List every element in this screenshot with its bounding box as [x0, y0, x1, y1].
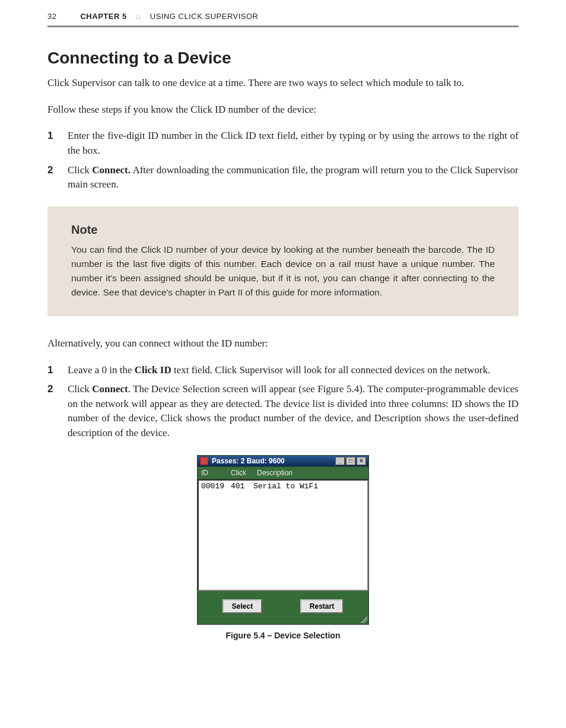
device-selection-dialog: Passes: 2 Baud: 9600 _ □ × ID Click Desc… — [197, 455, 369, 625]
step-text-after: text field. Click Supervisor will look f… — [171, 364, 491, 376]
step-text-after: After downloading the communication file… — [68, 164, 519, 190]
list-item: 1 Leave a 0 in the Click ID text field. … — [47, 363, 519, 378]
app-icon — [200, 457, 208, 465]
intro-paragraph: Click Supervisor can talk to one device … — [47, 76, 519, 91]
minimize-button[interactable]: _ — [335, 457, 345, 465]
step-text-before: Click — [68, 164, 92, 176]
lead-paragraph-2: Alternatively, you can connect without t… — [47, 336, 519, 351]
step-text: Leave a 0 in the Click ID text field. Cl… — [68, 363, 519, 378]
note-box: Note You can find the Click ID number of… — [47, 206, 519, 316]
page: 32 CHAPTER 5 □ USING CLICK SUPERVISOR Co… — [0, 0, 566, 664]
cell-description: Serial to WiFi — [253, 482, 365, 491]
step-text-bold: Connect. — [92, 164, 131, 176]
list-item: 2 Click Connect. After downloading the c… — [47, 163, 519, 192]
page-number: 32 — [47, 12, 56, 21]
dialog-titlebar[interactable]: Passes: 2 Baud: 9600 _ □ × — [198, 456, 368, 466]
column-headers: ID Click Description — [198, 466, 368, 479]
chapter-title: USING CLICK SUPERVISOR — [150, 12, 259, 21]
steps-list-a: 1 Enter the five-digit ID number in the … — [47, 129, 519, 192]
close-button[interactable]: × — [357, 457, 366, 465]
step-number: 1 — [47, 363, 57, 378]
step-text-bold: Click ID — [135, 364, 171, 376]
step-text-before: Leave a 0 in the — [68, 364, 135, 376]
step-text-bold: Connect — [92, 383, 128, 395]
cell-click: 401 — [231, 482, 253, 491]
figure-caption: Figure 5.4 – Device Selection — [47, 631, 519, 640]
device-list[interactable]: 00019 401 Serial to WiFi — [198, 479, 368, 591]
list-item: 2 Click Connect. The Device Selection sc… — [47, 382, 519, 441]
table-row[interactable]: 00019 401 Serial to WiFi — [201, 482, 365, 491]
step-text-after: . The Device Selection screen will appea… — [68, 383, 519, 438]
col-id[interactable]: ID — [201, 469, 231, 477]
restart-button[interactable]: Restart — [300, 599, 344, 613]
maximize-button[interactable]: □ — [346, 457, 355, 465]
note-heading: Note — [71, 223, 495, 237]
chapter-label: CHAPTER 5 — [80, 12, 126, 21]
step-text-before: Click — [68, 383, 92, 395]
note-body: You can find the Click ID number of your… — [71, 243, 495, 300]
divider-glyph-icon: □ — [136, 13, 141, 20]
section-heading: Connecting to a Device — [47, 49, 519, 68]
window-controls: _ □ × — [335, 457, 366, 465]
step-number: 2 — [47, 382, 57, 441]
col-description[interactable]: Description — [257, 469, 365, 477]
cell-id: 00019 — [201, 482, 231, 491]
running-header: 32 CHAPTER 5 □ USING CLICK SUPERVISOR — [47, 12, 519, 27]
col-click[interactable]: Click — [231, 469, 257, 477]
dialog-title: Passes: 2 Baud: 9600 — [212, 457, 332, 465]
dialog-button-row: Select Restart — [198, 591, 368, 624]
resize-grip-icon[interactable] — [359, 615, 367, 623]
step-number: 1 — [47, 129, 57, 158]
step-text: Enter the five-digit ID number in the Cl… — [68, 129, 519, 158]
steps-list-b: 1 Leave a 0 in the Click ID text field. … — [47, 363, 519, 441]
lead-paragraph-1: Follow these steps if you know the Click… — [47, 103, 519, 117]
list-item: 1 Enter the five-digit ID number in the … — [47, 129, 519, 158]
select-button[interactable]: Select — [222, 599, 262, 613]
step-text: Click Connect. After downloading the com… — [68, 163, 519, 192]
step-text: Click Connect. The Device Selection scre… — [68, 382, 519, 441]
step-number: 2 — [47, 163, 57, 192]
figure: Passes: 2 Baud: 9600 _ □ × ID Click Desc… — [47, 455, 519, 640]
